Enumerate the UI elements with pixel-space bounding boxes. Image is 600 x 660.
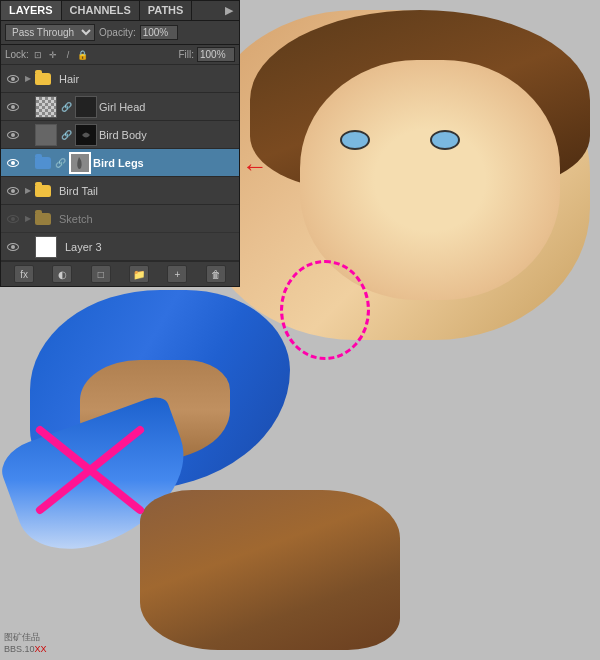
link-icon-girl-head[interactable]: 🔗 [59,100,73,114]
folder-icon-hair [35,73,51,85]
group-button[interactable]: 📁 [129,265,149,283]
layer-row-bird-legs[interactable]: 🔗 Bird Legs [1,149,239,177]
watermark: 图矿佳品 BBS.10XX [4,631,47,654]
layer-row-girl-head[interactable]: 🔗 Girl Head [1,93,239,121]
eye-icon-sketch[interactable] [5,211,21,227]
layers-panel: LAYERS CHANNELS PATHS ▶ Pass Through Opa… [0,0,240,287]
tab-paths[interactable]: PATHS [140,1,193,20]
folder-icon-sketch [35,213,51,225]
layer-row-bird-tail[interactable]: ▶ Bird Tail [1,177,239,205]
layer-name-girl-head: Girl Head [99,101,235,113]
dotted-circle-annotation [280,260,370,360]
lock-dots-icon[interactable]: ⊡ [32,49,44,61]
lock-row: Lock: ⊡ ✛ / 🔒 Fill: [1,45,239,65]
new-layer-button[interactable]: + [167,265,187,283]
spacer-girl-head [23,102,33,112]
panel-menu-icon[interactable]: ▶ [219,1,239,20]
eye-icon-bird-tail[interactable] [5,183,21,199]
delete-button[interactable]: 🗑 [206,265,226,283]
fill-input[interactable] [197,47,235,62]
layer-name-bird-body: Bird Body [99,129,235,141]
spacer-layer3 [23,242,33,252]
x-annotation [30,420,150,520]
fill-label: Fill: [178,49,194,60]
mask-bird-body [75,124,97,146]
thumb-bird-body [35,124,57,146]
panel-controls: Pass Through Opacity: [1,21,239,45]
watermark-line1: 图矿佳品 [4,631,47,644]
lock-all-icon[interactable]: 🔒 [77,49,89,61]
adjustment-button[interactable]: ◐ [52,265,72,283]
group-icon: 📁 [133,269,145,280]
eye-icon-bird-legs[interactable] [5,155,21,171]
eye-icon-bird-body[interactable] [5,127,21,143]
new-layer-icon: + [175,269,181,280]
mask-icon: □ [98,269,104,280]
branch-area [140,490,400,650]
layer-row-hair[interactable]: ▶ Hair [1,65,239,93]
layer-row-sketch[interactable]: ▶ Sketch [1,205,239,233]
eye-icon-layer3[interactable] [5,239,21,255]
tab-layers[interactable]: LAYERS [1,1,62,20]
layer-name-layer3: Layer 3 [65,241,235,253]
mask-button[interactable]: □ [91,265,111,283]
lock-image-icon[interactable]: / [62,49,74,61]
layer-row-bird-body[interactable]: 🔗 Bird Body [1,121,239,149]
opacity-input[interactable] [140,25,178,40]
spacer-bird-body [23,130,33,140]
folder-icon-bird-legs [35,157,51,169]
expand-bird-tail[interactable]: ▶ [23,186,33,196]
panel-bottom: fx ◐ □ 📁 + 🗑 [1,261,239,286]
link-icon-bird-body[interactable]: 🔗 [59,128,73,142]
layer-name-hair: Hair [59,73,235,85]
mask-girl-head [75,96,97,118]
spacer-bird-legs [23,158,33,168]
panel-tabs: LAYERS CHANNELS PATHS ▶ [1,1,239,21]
fx-icon: fx [20,269,28,280]
trash-icon: 🗑 [211,269,221,280]
link-icon-bird-legs[interactable]: 🔗 [53,156,67,170]
opacity-label: Opacity: [99,27,136,38]
thumb-layer3 [35,236,57,258]
layer-name-bird-tail: Bird Tail [59,185,235,197]
right-eye [430,130,460,150]
layer-row-layer3[interactable]: Layer 3 [1,233,239,261]
thumb-girl-head [35,96,57,118]
folder-icon-bird-tail [35,185,51,197]
fx-button[interactable]: fx [14,265,34,283]
expand-sketch[interactable]: ▶ [23,214,33,224]
tab-channels[interactable]: CHANNELS [62,1,140,20]
watermark-line2: BBS.10XX [4,644,47,654]
layer-name-sketch: Sketch [59,213,235,225]
thumb-bird-legs [69,152,91,174]
adjustment-icon: ◐ [58,269,67,280]
eye-icon-hair[interactable] [5,71,21,87]
lock-label: Lock: [5,49,29,60]
layer-name-bird-legs: Bird Legs [93,157,235,169]
lock-move-icon[interactable]: ✛ [47,49,59,61]
left-eye [340,130,370,150]
blend-mode-select[interactable]: Pass Through [5,24,95,41]
eye-icon-girl-head[interactable] [5,99,21,115]
arrow-annotation: ← [242,151,268,182]
expand-hair[interactable]: ▶ [23,74,33,84]
